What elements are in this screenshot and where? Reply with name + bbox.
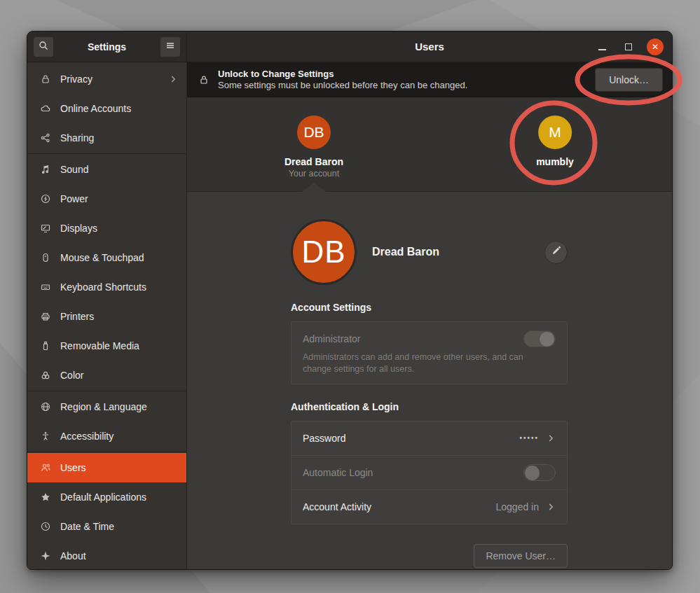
sidebar-item-printers[interactable]: Printers — [27, 302, 186, 331]
section-title-account-settings: Account Settings — [291, 302, 672, 313]
toggle-knob — [525, 466, 540, 480]
display-icon — [40, 223, 51, 234]
clock-icon — [40, 521, 51, 532]
sidebar-item-label: Sharing — [60, 132, 178, 144]
user-details: DB Dread Baron Account Settings Administ… — [187, 192, 672, 569]
user-carousel: DBDread BaronYour accountMmumbly — [187, 97, 672, 192]
sidebar-item-online-accounts[interactable]: Online Accounts — [27, 94, 186, 123]
unlock-button[interactable]: Unlock… — [595, 68, 663, 92]
headerbar: Users ✕ — [187, 32, 672, 62]
share-icon — [40, 132, 51, 144]
lock-icon — [198, 74, 210, 85]
lock-icon — [40, 74, 51, 85]
section-title-authentication-login: Authentication & Login — [291, 401, 672, 412]
profile-name: Dread Baron — [372, 246, 439, 258]
row-label: Account Activity — [303, 501, 488, 512]
unlock-banner: Unlock to Change Settings Some settings … — [187, 62, 672, 97]
sidebar-item-label: Power — [60, 193, 178, 204]
minimize-button[interactable] — [593, 39, 610, 55]
sidebar-separator — [27, 452, 186, 452]
sidebar-item-label: Color — [60, 370, 178, 381]
search-icon — [38, 40, 49, 54]
chevron-right-icon — [546, 502, 556, 512]
sidebar-item-label: Removable Media — [60, 340, 178, 351]
sidebar-item-default-applications[interactable]: Default Applications — [27, 482, 186, 512]
avatar: DB — [291, 219, 357, 285]
sidebar-item-label: Date & Time — [60, 521, 178, 532]
remove-user-row: Remove User… — [291, 544, 568, 568]
chevron-right-icon — [168, 74, 178, 84]
sidebar-item-sound[interactable]: Sound — [27, 155, 186, 184]
row-value: Logged in — [495, 501, 539, 512]
sidebar-item-removable-media[interactable]: Removable Media — [27, 331, 186, 361]
selected-user-pointer — [302, 183, 326, 192]
sidebar-titlebar: Settings — [27, 32, 186, 62]
sidebar-item-label: Region & Language — [60, 401, 178, 412]
sidebar-item-keyboard-shortcuts[interactable]: Keyboard Shortcuts — [27, 272, 186, 302]
sidebar-item-sharing[interactable]: Sharing — [27, 123, 186, 153]
sidebar-item-about[interactable]: About — [27, 541, 186, 570]
printer-icon — [40, 311, 51, 322]
settings-row-password[interactable]: Password••••• — [291, 421, 567, 455]
sidebar-item-users[interactable]: Users — [27, 453, 186, 482]
sidebar-item-power[interactable]: Power — [27, 184, 186, 214]
toggle-switch[interactable] — [523, 464, 556, 481]
settings-window: Settings PrivacyOnline AccountsSharingSo… — [27, 31, 673, 570]
chevron-right-icon — [546, 433, 556, 443]
sidebar-item-mouse-touchpad[interactable]: Mouse & Touchpad — [27, 243, 186, 272]
sidebar-item-label: Printers — [60, 311, 178, 322]
hamburger-menu-icon — [165, 40, 176, 54]
sidebar-item-color[interactable]: Color — [27, 361, 186, 390]
sidebar-item-displays[interactable]: Displays — [27, 214, 186, 243]
settings-row-administrator: AdministratorAdministrators can add and … — [291, 322, 567, 384]
menu-button[interactable] — [160, 36, 181, 57]
unlock-banner-subtitle: Some settings must be unlocked before th… — [218, 80, 467, 90]
sidebar-item-label: Mouse & Touchpad — [60, 252, 178, 263]
row-top: Account ActivityLogged in — [303, 498, 556, 515]
sound-icon — [40, 164, 51, 175]
settings-row-account-activity[interactable]: Account ActivityLogged in — [291, 489, 567, 524]
avatar: M — [538, 116, 572, 149]
user-subtitle: Your account — [289, 169, 340, 179]
toggle-knob — [540, 332, 554, 347]
search-button[interactable] — [33, 36, 54, 57]
sidebar-item-label: Sound — [60, 164, 178, 175]
window-controls: ✕ — [593, 39, 672, 55]
star-icon — [40, 491, 51, 503]
card-authentication-login: Password•••••Automatic LoginAccount Acti… — [291, 421, 568, 524]
sidebar-separator — [27, 391, 186, 391]
row-label: Automatic Login — [303, 467, 516, 478]
cloud-icon — [40, 103, 51, 114]
globe-icon — [40, 401, 51, 412]
sidebar-item-label: Keyboard Shortcuts — [60, 281, 178, 293]
edit-name-button[interactable] — [544, 241, 568, 264]
sidebar-item-label: Users — [60, 462, 178, 473]
sidebar-item-privacy[interactable]: Privacy — [27, 64, 186, 94]
close-button[interactable]: ✕ — [647, 39, 664, 55]
mouse-icon — [40, 252, 51, 263]
users-icon — [40, 462, 51, 473]
sidebar-item-label: Online Accounts — [60, 103, 178, 114]
sidebar: Settings PrivacyOnline AccountsSharingSo… — [27, 32, 187, 569]
sidebar-item-date-time[interactable]: Date & Time — [27, 512, 186, 541]
remove-user-button[interactable]: Remove User… — [474, 544, 568, 568]
accessibility-icon — [40, 431, 51, 442]
sidebar-title: Settings — [54, 41, 160, 53]
sidebar-item-label: Accessibility — [60, 431, 178, 442]
toggle-switch[interactable] — [523, 330, 556, 347]
maximize-button[interactable] — [620, 39, 637, 55]
user-chip-mumbly[interactable]: Mmumbly — [536, 116, 574, 167]
sidebar-item-region-language[interactable]: Region & Language — [27, 392, 186, 421]
sidebar-separator — [27, 153, 186, 154]
sidebar-item-accessibility[interactable]: Accessibility — [27, 421, 186, 451]
sidebar-list: PrivacyOnline AccountsSharingSoundPowerD… — [27, 62, 186, 570]
row-label: Administrator — [303, 333, 516, 344]
settings-row-automatic-login: Automatic Login — [291, 455, 567, 489]
avatar: DB — [297, 116, 331, 149]
row-description: Administrators can add and remove other … — [303, 351, 537, 375]
user-chip-dread-baron[interactable]: DBDread BaronYour account — [284, 116, 343, 179]
removable-media-icon — [40, 340, 51, 351]
maximize-icon — [625, 43, 632, 50]
minimize-icon — [598, 49, 606, 50]
card-account-settings: AdministratorAdministrators can add and … — [291, 321, 568, 384]
